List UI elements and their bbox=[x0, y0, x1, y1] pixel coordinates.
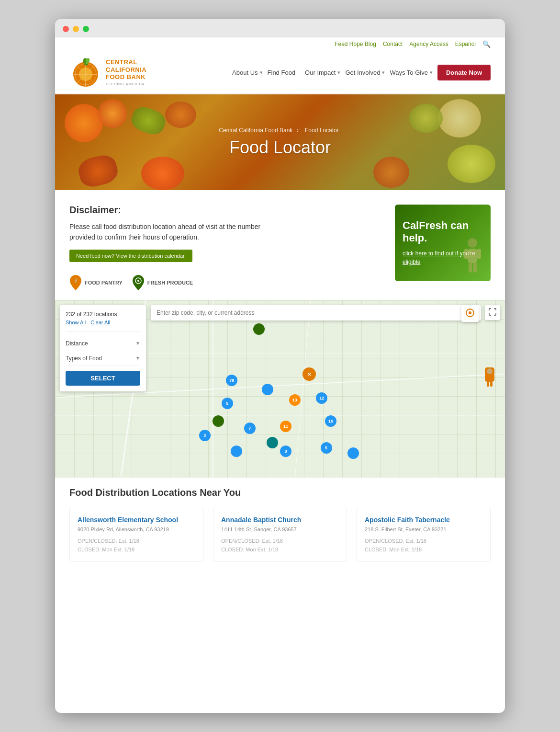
page-title: Food Locator bbox=[219, 137, 341, 158]
map-pin-3[interactable]: ✕ bbox=[302, 367, 316, 381]
pin-bubble-3: ✕ bbox=[302, 367, 316, 381]
agency-access-link[interactable]: Agency Access bbox=[409, 41, 448, 47]
map-pin-6[interactable]: 13 bbox=[289, 394, 301, 406]
map-pin-2[interactable]: 79 bbox=[226, 375, 237, 386]
pin-bubble-9: 7 bbox=[244, 423, 256, 434]
minimize-dot[interactable] bbox=[73, 26, 79, 32]
fresh-produce-label: FRESH PRODUCE bbox=[147, 280, 193, 286]
calfresh-image bbox=[459, 238, 486, 276]
search-icon[interactable]: 🔍 bbox=[482, 40, 491, 48]
map-pin-8[interactable] bbox=[213, 415, 224, 427]
select-button[interactable]: SELECT bbox=[66, 371, 140, 386]
map-pin-15[interactable]: 5 bbox=[321, 442, 332, 454]
logo-text: CENTRALCALIFORNIAFOOD BANK FEEDING AMERI… bbox=[106, 58, 146, 86]
location-detail1-1: OPEN/CLOSED: Est. 1/18 bbox=[78, 537, 195, 546]
nav-get-involved[interactable]: Get Involved bbox=[340, 65, 385, 80]
pin-bubble-2: 79 bbox=[226, 375, 237, 386]
map-pin-7[interactable]: 12 bbox=[316, 392, 327, 404]
map-pin-figure[interactable] bbox=[483, 367, 496, 389]
svg-rect-27 bbox=[490, 382, 493, 387]
map-pin-13[interactable] bbox=[267, 437, 278, 448]
map-pin-1[interactable] bbox=[253, 323, 265, 335]
legend-fresh-produce: FRESH PRODUCE bbox=[132, 274, 193, 291]
espanol-link[interactable]: Español bbox=[455, 41, 476, 47]
logo-area: CENTRALCALIFORNIAFOOD BANK FEEDING AMERI… bbox=[69, 56, 146, 89]
main-content: Disclaimer: Please call food distributio… bbox=[55, 190, 505, 300]
pin-bubble-7: 12 bbox=[316, 392, 327, 404]
locations-section: Food Distribution Locations Near You All… bbox=[55, 478, 505, 577]
food-pantry-label: FOOD PANTRY bbox=[85, 280, 123, 286]
calfresh-card[interactable]: CalFresh can help. click here to find ou… bbox=[395, 205, 491, 281]
show-all-link[interactable]: Show All bbox=[66, 320, 86, 325]
map-pin-9[interactable]: 7 bbox=[244, 423, 256, 434]
expand-icon bbox=[489, 308, 496, 316]
map-sidebar: 232 of 232 locations Show All Clear All … bbox=[60, 305, 146, 391]
location-name-2[interactable]: Annadale Baptist Church bbox=[221, 516, 339, 524]
pin-bubble-4 bbox=[262, 384, 273, 395]
human-figure-icon bbox=[483, 367, 496, 387]
content-row: Disclaimer: Please call food distributio… bbox=[69, 205, 491, 291]
expand-map-button[interactable] bbox=[485, 305, 500, 320]
logo-tagline: FEEDING AMERICA bbox=[106, 82, 146, 86]
location-detail1-2: OPEN/CLOSED: Est. 1/18 bbox=[221, 537, 339, 546]
nav-find-food[interactable]: Find Food bbox=[263, 65, 301, 80]
pin-bubble-12: 3 bbox=[199, 430, 211, 441]
logo-icon bbox=[69, 56, 102, 89]
map-search-input[interactable] bbox=[157, 309, 467, 316]
svg-rect-26 bbox=[487, 382, 489, 387]
map-pin-16[interactable] bbox=[347, 447, 359, 459]
location-detail2-3: CLOSED: Mon Ext. 1/18 bbox=[365, 546, 482, 554]
location-name-3[interactable]: Apostolic Faith Tabernacle bbox=[365, 516, 482, 524]
locations-title: Food Distribution Locations Near You bbox=[69, 487, 491, 498]
pin-bubble-13 bbox=[267, 437, 278, 448]
map-pin-10[interactable]: 11 bbox=[280, 421, 291, 432]
map-pin-4[interactable] bbox=[262, 384, 273, 395]
food-type-filter[interactable]: Types of Food ▼ bbox=[66, 351, 140, 366]
food-pantry-pin-icon: 🍴 bbox=[69, 274, 82, 291]
distance-filter[interactable]: Distance ▼ bbox=[66, 336, 140, 351]
food-type-chevron-icon: ▼ bbox=[135, 355, 140, 361]
map-search-bar: 🔍 bbox=[151, 305, 481, 320]
pin-bubble-14: 8 bbox=[280, 446, 291, 457]
legend-food-pantry: 🍴 FOOD PANTRY bbox=[69, 274, 123, 291]
location-detail2-2: CLOSED: Mon Ext. 1/18 bbox=[221, 546, 339, 554]
contact-link[interactable]: Contact bbox=[383, 41, 403, 47]
svg-point-5 bbox=[79, 68, 92, 81]
map-pin-5[interactable]: 5 bbox=[222, 398, 233, 409]
location-detail1-3: OPEN/CLOSED: Est. 1/18 bbox=[365, 537, 482, 546]
map-pin-14[interactable]: 8 bbox=[280, 446, 291, 457]
calendar-button[interactable]: Need food now? View the distribution cal… bbox=[69, 250, 192, 262]
nav-about-us[interactable]: About Us bbox=[227, 65, 262, 80]
disclaimer-title: Disclaimer: bbox=[69, 205, 381, 216]
road-h3 bbox=[55, 415, 505, 416]
svg-rect-15 bbox=[477, 249, 481, 259]
breadcrumb-current: Food Locator bbox=[305, 127, 339, 134]
distance-label: Distance bbox=[66, 340, 88, 347]
nav-ways-to-give[interactable]: Ways To Give bbox=[385, 65, 432, 80]
map-pin-12[interactable]: 3 bbox=[199, 430, 211, 441]
location-address-1: 9020 Pixley Rd, Allensworth, CA 93219 bbox=[78, 526, 195, 533]
location-address-3: 218 S. Filbert St, Exeter, CA 93221 bbox=[365, 526, 482, 533]
svg-text:🍴: 🍴 bbox=[73, 278, 79, 284]
locate-button[interactable] bbox=[461, 305, 479, 322]
map-pin-11[interactable]: 16 bbox=[325, 415, 336, 427]
nav-our-impact[interactable]: Our Impact bbox=[300, 65, 340, 80]
close-dot[interactable] bbox=[63, 26, 69, 32]
svg-point-11 bbox=[137, 280, 139, 282]
food-type-label: Types of Food bbox=[66, 355, 102, 362]
svg-rect-17 bbox=[473, 262, 477, 273]
location-address-2: 1411 14th St, Sanger, CA 93657 bbox=[221, 526, 339, 533]
disclaimer-text: Please call food distribution location a… bbox=[69, 221, 270, 243]
main-nav: About Us ▾ Find Food Our Impact ▾ Get In… bbox=[227, 65, 491, 80]
map-count-links: Show All Clear All bbox=[66, 320, 140, 325]
clear-all-link[interactable]: Clear All bbox=[90, 320, 110, 325]
location-name-1[interactable]: Allensworth Elementary School bbox=[78, 516, 195, 524]
maximize-dot[interactable] bbox=[83, 26, 89, 32]
map-container: 232 of 232 locations Show All Clear All … bbox=[55, 300, 505, 478]
breadcrumb-home-link[interactable]: Central California Food Bank bbox=[219, 127, 292, 134]
feed-hope-link[interactable]: Feed Hope Blog bbox=[335, 41, 376, 47]
pin-bubble-15: 5 bbox=[321, 442, 332, 454]
hero-content: Central California Food Bank › Food Loca… bbox=[219, 127, 341, 158]
map-pin-17[interactable] bbox=[231, 446, 242, 457]
donate-button[interactable]: Donate Now bbox=[437, 65, 491, 80]
